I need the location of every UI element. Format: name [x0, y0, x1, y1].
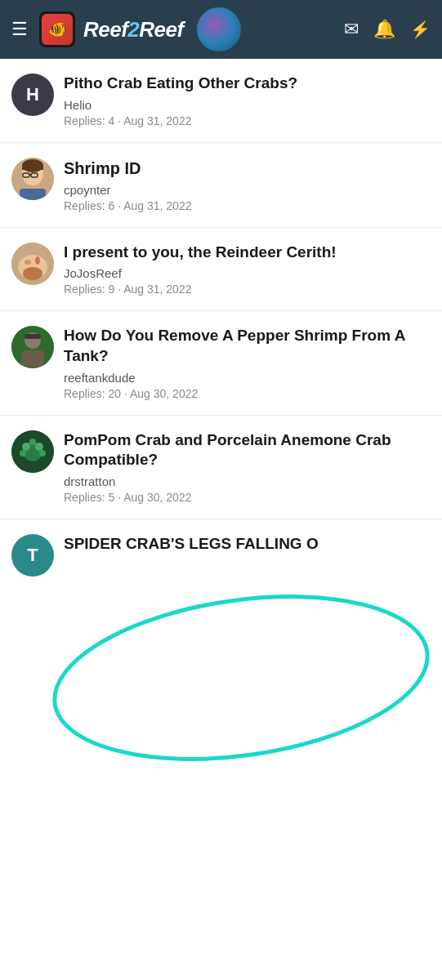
logo-box: 🐠: [39, 11, 75, 47]
feed-item[interactable]: Shrimp ID cpoynter Replies: 6 · Aug 31, …: [0, 143, 442, 228]
bell-icon[interactable]: 🔔: [373, 19, 395, 40]
item-meta: Replies: 5 · Aug 30, 2022: [64, 491, 431, 504]
avatar: T: [11, 534, 54, 577]
feed-item-pepper-shrimp[interactable]: How Do You Remove A Pepper Shrimp From A…: [0, 311, 442, 415]
svg-point-20: [22, 443, 30, 451]
replies-label: Replies:: [64, 387, 108, 400]
item-title: Shrimp ID: [64, 158, 431, 179]
separator: ·: [114, 114, 123, 127]
svg-point-12: [35, 256, 40, 265]
item-content: How Do You Remove A Pepper Shrimp From A…: [64, 326, 431, 399]
item-author: JoJosReef: [64, 266, 431, 280]
item-author: drstratton: [64, 474, 431, 488]
feed-item[interactable]: T SPIDER CRAB'S LEGS FALLING O: [0, 519, 442, 591]
logo-inner: 🐠: [42, 14, 73, 45]
replies-label: Replies:: [64, 199, 108, 212]
svg-point-11: [25, 260, 31, 265]
post-date: Aug 31, 2022: [123, 283, 191, 296]
post-date: Aug 31, 2022: [123, 199, 191, 212]
item-meta: Replies: 9 · Aug 31, 2022: [64, 283, 431, 296]
fish-icon: 🐠: [48, 20, 66, 38]
replies-label: Replies:: [64, 283, 108, 296]
logo-text[interactable]: Reef2Reef: [83, 17, 184, 42]
item-title: I present to you, the Reindeer Cerith!: [64, 243, 431, 263]
hamburger-icon[interactable]: ☰: [11, 19, 28, 40]
mail-icon[interactable]: ✉: [344, 19, 359, 40]
item-content: Pitho Crab Eating Other Crabs? Helio Rep…: [64, 74, 431, 127]
separator: ·: [121, 387, 130, 400]
svg-rect-16: [21, 350, 44, 367]
avatar: [11, 243, 54, 285]
svg-point-21: [35, 443, 43, 451]
more-icon[interactable]: ⚡: [410, 20, 431, 39]
item-content: PomPom Crab and Porcelain Anemone Crab C…: [64, 430, 431, 504]
reply-count: 20: [108, 387, 121, 400]
item-content: Shrimp ID cpoynter Replies: 6 · Aug 31, …: [64, 158, 431, 212]
post-date: Aug 30, 2022: [130, 387, 198, 400]
avatar: [11, 430, 54, 473]
svg-point-23: [20, 450, 26, 457]
svg-rect-17: [25, 334, 41, 339]
post-date: Aug 31, 2022: [123, 114, 191, 127]
header: ☰ 🐠 Reef2Reef ✉ 🔔 ⚡: [0, 0, 442, 59]
item-meta: Replies: 4 · Aug 31, 2022: [64, 114, 431, 127]
separator: ·: [114, 199, 123, 212]
item-content: SPIDER CRAB'S LEGS FALLING O: [64, 534, 431, 559]
post-date: Aug 30, 2022: [123, 491, 191, 504]
pompom-avatar-svg: [11, 430, 54, 473]
avatar: [11, 158, 54, 200]
avatar: H: [11, 74, 54, 116]
feed-item[interactable]: I present to you, the Reindeer Cerith! J…: [0, 228, 442, 312]
svg-rect-8: [20, 189, 46, 200]
header-icons: ✉ 🔔 ⚡: [344, 19, 431, 40]
item-title: Pitho Crab Eating Other Crabs?: [64, 74, 431, 94]
replies-label: Replies:: [64, 491, 108, 504]
profile-avatar[interactable]: [197, 7, 241, 51]
avatar: [11, 326, 54, 368]
svg-point-22: [29, 439, 36, 445]
svg-rect-4: [22, 166, 43, 170]
item-title: How Do You Remove A Pepper Shrimp From A…: [64, 326, 431, 366]
separator: ·: [114, 283, 123, 296]
cerith-avatar-svg: [11, 243, 54, 285]
svg-point-0: [44, 575, 438, 781]
separator: ·: [114, 491, 123, 504]
person-avatar-svg: [11, 158, 54, 200]
item-meta: Replies: 6 · Aug 31, 2022: [64, 199, 431, 212]
item-author: reeftankdude: [64, 371, 431, 385]
item-content: I present to you, the Reindeer Cerith! J…: [64, 243, 431, 296]
item-author: Helio: [64, 98, 431, 112]
app-container: ☰ 🐠 Reef2Reef ✉ 🔔 ⚡ H Pitho Crab Eating …: [0, 0, 442, 591]
svg-point-13: [23, 267, 42, 280]
feed-item[interactable]: H Pitho Crab Eating Other Crabs? Helio R…: [0, 59, 442, 143]
item-title: PomPom Crab and Porcelain Anemone Crab C…: [64, 430, 431, 470]
feed-list: H Pitho Crab Eating Other Crabs? Helio R…: [0, 59, 442, 591]
svg-point-24: [39, 450, 46, 457]
pepper-avatar-svg: [11, 326, 54, 368]
item-title: SPIDER CRAB'S LEGS FALLING O: [64, 534, 431, 555]
item-author: cpoynter: [64, 183, 431, 197]
replies-label: Replies:: [64, 114, 108, 127]
item-meta: Replies: 20 · Aug 30, 2022: [64, 387, 431, 400]
feed-item[interactable]: PomPom Crab and Porcelain Anemone Crab C…: [0, 416, 442, 519]
